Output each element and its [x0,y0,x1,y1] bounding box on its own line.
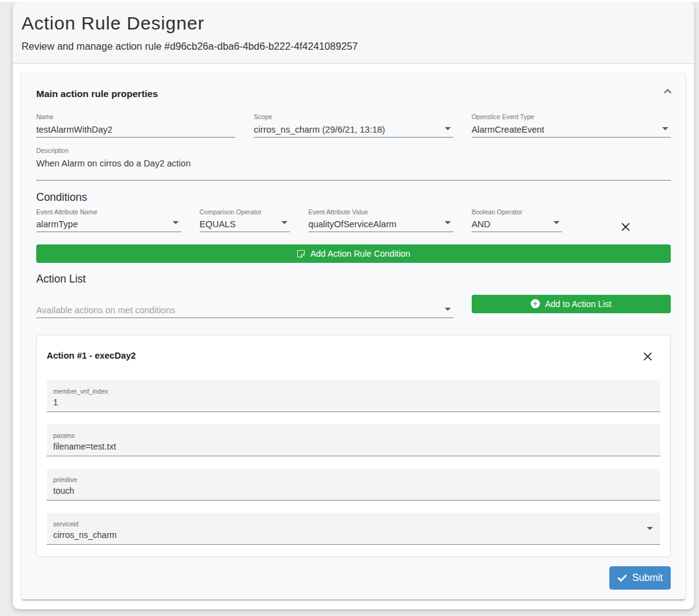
serviceid-label: serviceid [53,520,654,529]
submit-button[interactable]: Submit [609,566,671,590]
collapse-panel-button[interactable] [663,88,672,94]
event-attribute-name-select[interactable]: alarmType [36,216,181,232]
event-type-select[interactable]: AlarmCreateEvent [472,121,671,138]
caret-down-icon [281,221,287,224]
top-strip [0,0,699,2]
member-vnf-index-field[interactable]: member_vnf_index [47,380,660,412]
submit-label: Submit [632,572,663,583]
serviceid-field[interactable]: serviceid cirros_ns_charm [47,513,660,545]
action-list-heading: Action List [36,271,671,287]
event-attribute-name-value: alarmType [36,219,78,229]
params-field[interactable]: params [47,424,660,456]
event-attribute-name-field: Event Attribute Name alarmType [36,206,181,232]
params-input[interactable] [53,440,654,453]
add-condition-label: Add Action Rule Condition [310,249,410,259]
event-attribute-value-field: Event Attribute Value qualityOfServiceAl… [308,206,453,232]
caret-down-icon [445,221,451,224]
member-vnf-index-value [53,396,654,408]
panel-header[interactable]: Main action rule properties [36,72,671,111]
caret-down-icon [662,127,668,130]
caret-down-icon [445,127,451,130]
comparison-operator-field: Comparison Operator EQUALS [200,206,290,232]
boolean-operator-field: Boolean Operator AND [472,206,562,232]
close-icon [643,352,652,361]
description-label: Description [36,146,671,155]
params-value [53,440,654,453]
member-vnf-index-input[interactable] [53,396,654,408]
event-type-value: AlarmCreateEvent [472,125,544,135]
event-attribute-value-value: qualityOfServiceAlarm [308,219,396,229]
conditions-heading: Conditions [36,189,671,205]
event-type-field: Openslice Event Type AlarmCreateEvent [472,111,671,138]
scope-field: Scope cirros_ns_charm (29/6/21, 13:18) [254,111,453,138]
action-picker-select[interactable]: Available actions on met conditions [36,302,453,318]
page-container: Action Rule Designer Review and manage a… [13,2,694,609]
caret-down-icon [647,527,653,530]
page-subtitle: Review and manage action rule #d96cb26a-… [21,39,685,54]
boolean-operator-value: AND [472,219,491,229]
check-icon [617,573,627,583]
serviceid-text: cirros_ns_charm [53,530,117,540]
plus-circle-icon [531,299,540,308]
action-card: Action #1 - execDay2 member_vnf_index pa… [36,335,671,557]
action-picker-placeholder: Available actions on met conditions [36,305,175,315]
caret-down-icon [445,308,451,311]
action-card-header: Action #1 - execDay2 [47,348,660,363]
add-to-action-list-label: Add to Action List [545,299,611,309]
name-value[interactable] [36,121,235,138]
primitive-input[interactable] [53,485,654,497]
event-type-label: Openslice Event Type [472,112,671,122]
scope-label: Scope [254,112,453,122]
chevron-up-icon [663,88,672,94]
scope-value: cirros_ns_charm (29/6/21, 13:18) [254,125,385,135]
add-to-action-list-button[interactable]: Add to Action List [472,295,671,313]
remove-action-button[interactable] [643,352,652,361]
panel-title: Main action rule properties [36,88,158,99]
scope-select[interactable]: cirros_ns_charm (29/6/21, 13:18) [254,121,453,138]
member-vnf-index-label: member_vnf_index [53,387,654,396]
primitive-field[interactable]: primitive [47,469,660,501]
description-input[interactable] [36,156,671,171]
close-icon [621,222,630,232]
comparison-operator-select[interactable]: EQUALS [200,216,290,232]
comparison-operator-value: EQUALS [200,219,236,229]
name-field: Name [36,111,235,138]
caret-down-icon [553,221,560,224]
description-value[interactable] [36,155,671,181]
event-attribute-value-select[interactable]: qualityOfServiceAlarm [308,216,453,232]
page-header: Action Rule Designer Review and manage a… [13,2,694,64]
add-condition-button[interactable]: Add Action Rule Condition [36,244,671,263]
caret-down-icon [173,221,179,224]
boolean-operator-select[interactable]: AND [472,216,562,232]
name-input[interactable] [36,122,235,137]
action-picker-field: Available actions on met conditions [36,292,453,318]
description-field: Description [36,145,671,181]
sticky-icon [297,249,305,258]
main-properties-panel: Main action rule properties Name Scope c… [21,72,685,599]
name-label: Name [36,112,235,122]
action-card-title: Action #1 - execDay2 [47,348,136,363]
remove-condition-cell [580,206,671,232]
submit-row: Submit [36,566,671,590]
properties-row: Name Scope cirros_ns_charm (29/6/21, 13:… [36,111,671,138]
params-label: params [53,431,654,440]
primitive-value [53,485,654,497]
condition-row: Event Attribute Name alarmType Compariso… [36,206,671,232]
page-title: Action Rule Designer [21,12,685,34]
remove-condition-button[interactable] [621,222,630,232]
action-picker-row: Available actions on met conditions Add … [36,292,671,318]
primitive-label: primitive [53,475,654,485]
serviceid-value: cirros_ns_charm [53,529,654,541]
